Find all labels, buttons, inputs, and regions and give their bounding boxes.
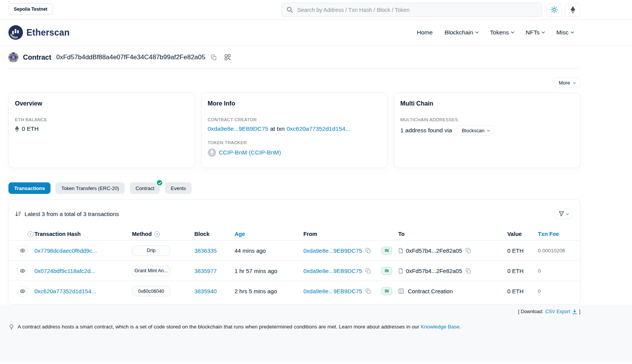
token-tracker-label: TOKEN TRACKER (208, 140, 381, 145)
sun-icon (551, 6, 558, 13)
age-cell: 1 hr 57 mins ago (235, 268, 303, 274)
eth-balance-label: ETH BALANCE (15, 117, 189, 122)
card-title: Multi Chain (400, 100, 574, 107)
contract-address: 0xFd57b4ddBf88a4e07fF4e34C487b99af2Fe82a… (56, 54, 205, 61)
copy-to-button[interactable] (465, 267, 472, 275)
from-address-link[interactable]: 0xda9e8e...9EB9DC75 (303, 268, 362, 274)
tx-preview-button[interactable] (18, 286, 28, 296)
value-cell: 0 ETH (507, 268, 538, 274)
col-from: From (303, 231, 381, 237)
table-header-row: ? Transaction Hash Method? Block Age Fro… (9, 228, 580, 240)
qr-code-icon (225, 54, 231, 60)
nav-misc[interactable]: Misc (556, 29, 573, 36)
method-help-icon[interactable]: ? (154, 231, 160, 237)
eye-icon (20, 249, 25, 253)
method-pill[interactable]: Drip (132, 245, 170, 256)
copy-icon (365, 268, 371, 274)
download-icon (572, 309, 577, 314)
chevron-down-icon (571, 30, 574, 33)
copy-from-button[interactable] (365, 247, 372, 254)
qr-code-button[interactable] (223, 53, 233, 62)
row-help-icon[interactable]: ? (28, 231, 33, 237)
table-row: 0xc620a77352d1d154... 0x60c06040 3835940… (9, 281, 580, 301)
eye-icon (20, 289, 25, 293)
method-pill[interactable]: 0x60c06040 (132, 286, 170, 296)
col-block: Block (194, 231, 235, 237)
eth-balance-value: 0 ETH (22, 125, 39, 132)
copy-address-button[interactable] (209, 53, 219, 62)
to-address: Contract Creation (408, 288, 453, 294)
page-footer: [ Download: CSV Export ] A contract addr… (0, 305, 632, 363)
token-logo-icon (208, 148, 216, 157)
knowledge-base-link[interactable]: Knowledge Base (421, 324, 459, 330)
card-title: Overview (15, 100, 189, 107)
to-address: 0xFd57b4...2Fe82a05 (406, 247, 462, 254)
copy-from-button[interactable] (365, 288, 372, 295)
brand-name: Etherscan (26, 28, 70, 38)
search-box[interactable] (281, 3, 542, 17)
multichain-found-text: 1 address found via (400, 127, 452, 133)
tab-transactions[interactable]: Transactions (8, 182, 50, 194)
multi-chain-card: Multi Chain MULTICHAIN ADDRESSES 1 addre… (394, 93, 580, 168)
age-cell: 44 mins ago (235, 247, 303, 254)
download-suffix: ] (579, 309, 580, 314)
more-dropdown-button[interactable]: More (554, 77, 580, 88)
network-switch-button[interactable] (565, 3, 580, 17)
filter-funnel-icon (559, 211, 564, 216)
tab-contract[interactable]: Contract (130, 182, 160, 194)
value-cell: 0 ETH (507, 288, 538, 294)
creator-address-link[interactable]: 0xda9e8e...9EB9DC75 (208, 125, 269, 132)
sort-icon (15, 211, 21, 217)
age-cell: 2 hrs 5 mins ago (235, 288, 303, 294)
token-tracker-link[interactable]: CCIP-BnM (CCIP-BnM) (219, 149, 281, 156)
site-header: Etherscan Home Blockchain Tokens NFTs Mi… (0, 20, 632, 46)
method-pill[interactable]: Grant Mint An... (132, 266, 170, 276)
nav-home[interactable]: Home (417, 29, 433, 36)
verified-check-icon (156, 179, 163, 186)
tx-preview-button[interactable] (18, 245, 28, 255)
block-link[interactable]: 3835940 (194, 288, 217, 294)
from-address-link[interactable]: 0xda9e8e...9EB9DC75 (303, 247, 362, 254)
direction-badge: IN (381, 287, 392, 295)
copy-icon (365, 288, 371, 294)
block-link[interactable]: 3836335 (194, 247, 217, 254)
direction-badge: IN (381, 247, 392, 255)
col-age-toggle[interactable]: Age (235, 231, 245, 237)
more-info-card: More Info CONTRACT CREATOR 0xda9e8e...9E… (201, 93, 388, 168)
filter-button[interactable] (554, 209, 572, 219)
nav-nfts[interactable]: NFTs (526, 29, 544, 36)
tx-preview-button[interactable] (18, 266, 28, 276)
copy-icon (466, 268, 471, 274)
value-cell: 0 ETH (507, 247, 538, 254)
etherscan-logo[interactable]: Etherscan (8, 25, 70, 40)
top-bar: Sepolia Testnet (0, 0, 632, 20)
nav-tokens[interactable]: Tokens (490, 29, 514, 36)
creation-txn-link[interactable]: 0xc620a77352d1d154... (287, 125, 350, 132)
block-link[interactable]: 3835977 (194, 268, 217, 274)
chevron-down-icon (573, 81, 576, 83)
overview-card: Overview ETH BALANCE 0 ETH (8, 93, 195, 168)
theme-toggle-button[interactable] (546, 3, 562, 17)
tx-hash-link[interactable]: 0x0724bdf9c118afc2d... (34, 268, 95, 274)
copy-to-button[interactable] (465, 247, 472, 254)
creator-mid-text: at txn (270, 125, 285, 132)
copy-from-button[interactable] (365, 267, 372, 275)
nav-blockchain[interactable]: Blockchain (445, 29, 478, 36)
network-selector-button[interactable]: Sepolia Testnet (8, 3, 53, 15)
tab-bar: Transactions Token Transfers (ERC-20) Co… (8, 182, 580, 194)
col-txn-fee-toggle[interactable]: Txn Fee (538, 231, 559, 237)
tx-hash-link[interactable]: 0x7798dcdaec0f6dd9c... (34, 247, 97, 254)
table-row: 0x0724bdf9c118afc2d... Grant Mint An... … (9, 261, 580, 281)
chevron-down-icon (487, 129, 490, 132)
tx-hash-link[interactable]: 0xc620a77352d1d154... (34, 288, 96, 294)
eye-icon (20, 269, 25, 273)
tab-token-transfers[interactable]: Token Transfers (ERC-20) (55, 182, 125, 194)
contract-creation-icon (398, 288, 404, 294)
csv-export-link[interactable]: CSV Export (545, 309, 577, 314)
search-input[interactable] (296, 6, 537, 13)
copy-icon (466, 248, 471, 253)
copy-icon (365, 248, 371, 253)
from-address-link[interactable]: 0xda9e8e...9EB9DC75 (303, 288, 362, 294)
tab-events[interactable]: Events (165, 182, 192, 194)
blockscan-selector[interactable]: Blockscan (457, 125, 494, 136)
